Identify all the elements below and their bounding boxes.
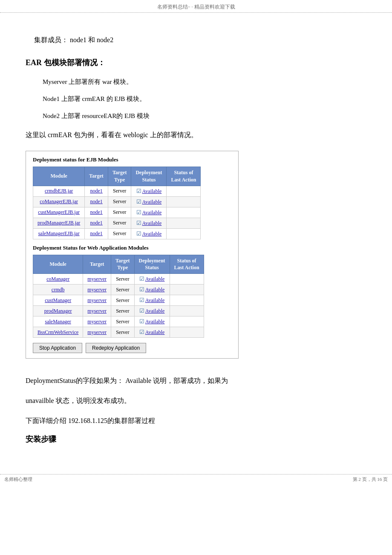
webapp-target-link[interactable]: myserver	[87, 308, 107, 314]
webapp-last-action	[170, 306, 204, 316]
table-row: prodManagerEJB.jar node1 Server ☑Availab…	[33, 218, 201, 228]
webapp-module-link[interactable]: prodManager	[44, 308, 72, 314]
ejb-target-link[interactable]: node1	[90, 220, 102, 226]
ejb-type: Server	[108, 186, 131, 196]
webapp-type: Server	[111, 285, 135, 295]
webapp-target-link[interactable]: myserver	[87, 319, 107, 325]
ejb-module-link[interactable]: saleManagerEJB.jar	[38, 230, 80, 236]
stop-application-button[interactable]: Stop Application	[33, 343, 82, 353]
webapp-module-link[interactable]: saleManager	[45, 319, 71, 325]
webapp-type: Server	[111, 274, 135, 285]
ejb-target-link[interactable]: node1	[90, 230, 102, 236]
page-header: 名师资料总结·· · 精品资料欢迎下载	[0, 0, 392, 13]
webapp-table: Module Target TargetType DeploymentStatu…	[33, 255, 204, 338]
install-title: 安装步骤	[26, 434, 366, 444]
webapp-target-link[interactable]: myserver	[87, 276, 107, 282]
ejb-target-link[interactable]: node1	[90, 209, 102, 215]
cluster-line: 集群成员： node1 和 node2	[34, 36, 366, 45]
bottom-text-1: DeploymentStatus的字段如果为： Available 说明，部署成…	[26, 375, 366, 387]
table-row: custManagerEJB.jar node1 Server ☑Availab…	[33, 207, 201, 218]
webapp-status: ☑Available	[134, 295, 170, 306]
redeploy-application-button[interactable]: Redeploy Application	[86, 343, 146, 353]
page-footer: 名师精心整理 第 2 页，共 16 页	[0, 474, 392, 484]
table-row: saleManagerEJB.jar node1 Server ☑Availab…	[33, 228, 201, 239]
webapp-col-targettype: TargetType	[111, 255, 135, 274]
table-row: coManager myserver Server ☑Available	[33, 274, 204, 285]
webapp-panel-title: Deployment Status for Web Application Mo…	[33, 244, 231, 251]
webapp-col-lastaction: Status ofLast Action	[170, 255, 204, 274]
ejb-last-action	[167, 196, 201, 207]
ejb-col-target: Target	[85, 167, 108, 186]
deployment-panel: Deployment status for EJB Modules Module…	[26, 151, 239, 359]
webapp-status: ☑Available	[134, 316, 170, 327]
ejb-last-action	[167, 228, 201, 239]
webapp-type: Server	[111, 295, 135, 306]
webapp-target-link[interactable]: myserver	[87, 287, 107, 293]
ear-item-2: Node1 上部署 crmEAR 的 EJB 模块。	[43, 92, 366, 105]
ejb-type: Server	[108, 218, 131, 228]
ejb-table: Module Target TargetType DeploymentStatu…	[33, 167, 201, 239]
ejb-module-link[interactable]: custManagerEJB.jar	[38, 209, 80, 215]
ejb-col-targettype: TargetType	[108, 167, 131, 186]
ejb-target-link[interactable]: node1	[90, 188, 102, 194]
webapp-last-action	[170, 327, 204, 338]
webapp-col-module: Module	[33, 255, 83, 274]
webapp-col-target: Target	[83, 255, 111, 274]
table-row: custManager myserver Server ☑Available	[33, 295, 204, 306]
ejb-panel-title: Deployment status for EJB Modules	[33, 156, 231, 163]
webapp-status: ☑Available	[134, 285, 170, 295]
ejb-last-action	[167, 186, 201, 196]
webapp-type: Server	[111, 316, 135, 327]
ear-item-1: Myserver 上部署所有 war 模块。	[43, 75, 366, 88]
webapp-last-action	[170, 295, 204, 306]
ejb-type: Server	[108, 207, 131, 218]
table-row: prodManager myserver Server ☑Available	[33, 306, 204, 316]
ejb-status: ☑Available	[131, 228, 167, 239]
webapp-module-link[interactable]: custManager	[45, 297, 71, 303]
webapp-module-link[interactable]: BssCrmWebService	[37, 329, 78, 335]
main-text: 这里以 crmEAR 包为例，看看在 weblogic 上的部署情况。	[26, 131, 366, 140]
ejb-col-module: Module	[33, 167, 85, 186]
ejb-module-link[interactable]: prodManagerEJB.jar	[37, 220, 80, 226]
webapp-module-link[interactable]: coManager	[46, 276, 69, 282]
webapp-status: ☑Available	[134, 274, 170, 285]
bottom-text-2: unavailble 状态，说明没发布成功。	[26, 395, 366, 407]
webapp-status: ☑Available	[134, 327, 170, 338]
webapp-module-link[interactable]: crmdb	[52, 287, 65, 293]
webapp-last-action	[170, 274, 204, 285]
webapp-target-link[interactable]: myserver	[87, 329, 107, 335]
ejb-status: ☑Available	[131, 207, 167, 218]
ejb-status: ☑Available	[131, 218, 167, 228]
webapp-target-link[interactable]: myserver	[87, 297, 107, 303]
ejb-module-link[interactable]: crmdbEJB.jar	[45, 188, 73, 194]
webapp-last-action	[170, 316, 204, 327]
bottom-text-3: 下面详细介绍 192.168.1.125的集群部署过程	[26, 415, 366, 427]
table-row: saleManager myserver Server ☑Available	[33, 316, 204, 327]
webapp-col-depstatus: DeploymentStatus	[134, 255, 170, 274]
ear-item-3: Node2 上部署 resourceEAR的 EJB 模块	[43, 109, 366, 122]
table-row: coManagerEJB.jar node1 Server ☑Available	[33, 196, 201, 207]
ejb-type: Server	[108, 228, 131, 239]
ejb-last-action	[167, 218, 201, 228]
webapp-type: Server	[111, 306, 135, 316]
ejb-type: Server	[108, 196, 131, 207]
ejb-status: ☑Available	[131, 186, 167, 196]
webapp-last-action	[170, 285, 204, 295]
ear-section-title: EAR 包模块部署情况：	[26, 58, 366, 68]
table-row: crmdb myserver Server ☑Available	[33, 285, 204, 295]
webapp-status: ☑Available	[134, 306, 170, 316]
ejb-last-action	[167, 207, 201, 218]
action-buttons: Stop Application Redeploy Application	[33, 343, 231, 353]
webapp-type: Server	[111, 327, 135, 338]
ear-items: Myserver 上部署所有 war 模块。 Node1 上部署 crmEAR …	[26, 75, 366, 122]
ejb-col-lastaction: Status ofLast Action	[167, 167, 201, 186]
table-row: BssCrmWebService myserver Server ☑Availa…	[33, 327, 204, 338]
ejb-module-link[interactable]: coManagerEJB.jar	[40, 198, 78, 204]
table-row: crmdbEJB.jar node1 Server ☑Available	[33, 186, 201, 196]
ejb-col-depstatus: DeploymentStatus	[131, 167, 167, 186]
ejb-status: ☑Available	[131, 196, 167, 207]
ejb-target-link[interactable]: node1	[90, 198, 102, 204]
